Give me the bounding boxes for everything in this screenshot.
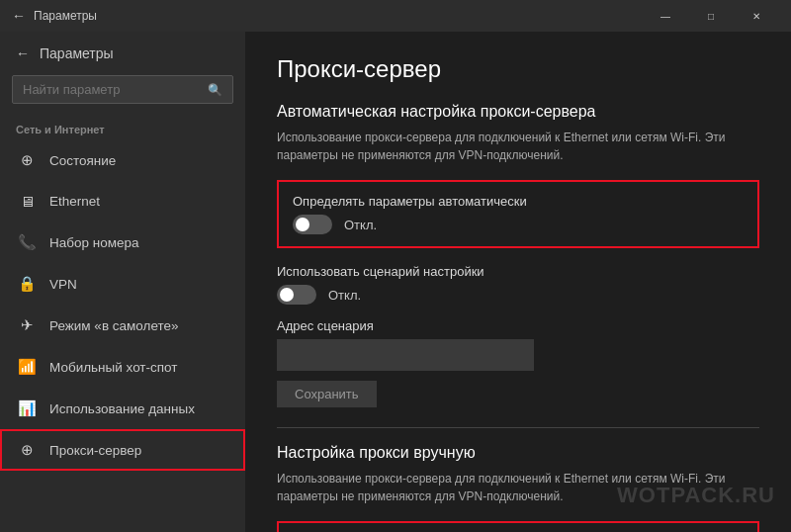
- save-button[interactable]: Сохранить: [277, 381, 377, 407]
- address-setting-row: Адрес сценария Сохранить: [277, 318, 759, 411]
- sidebar-item-proxy[interactable]: ⊕ Прокси-сервер: [0, 429, 245, 471]
- status-icon: ⊕: [18, 151, 36, 169]
- auto-detect-toggle[interactable]: [293, 215, 332, 234]
- sidebar-item-hotspot[interactable]: 📶 Мобильный хот-спот: [0, 346, 245, 388]
- script-toggle-row: Откл.: [277, 285, 759, 305]
- auto-section-desc: Использование прокси-сервера для подключ…: [277, 129, 759, 164]
- content-area: Прокси-сервер Автоматическая настройка п…: [245, 32, 791, 532]
- sidebar-item-label: Режим «в самолете»: [49, 318, 179, 333]
- sidebar-item-ethernet[interactable]: 🖥 Ethernet: [0, 181, 245, 222]
- titlebar-title: Параметры: [34, 9, 97, 23]
- sidebar-item-label: Использование данных: [49, 401, 195, 416]
- ethernet-icon: 🖥: [18, 193, 36, 210]
- address-input-field[interactable]: [277, 339, 534, 371]
- auto-detect-box: Определять параметры автоматически Откл.: [277, 180, 759, 248]
- hotspot-icon: 📶: [18, 358, 36, 376]
- manual-section-desc: Использование прокси-сервера для подключ…: [277, 470, 759, 505]
- search-icon: 🔍: [208, 83, 222, 97]
- titlebar-controls: — □ ✕: [643, 0, 779, 32]
- sidebar-item-label: Набор номера: [49, 235, 139, 250]
- dial-icon: 📞: [18, 233, 36, 251]
- proxy-icon: ⊕: [18, 441, 36, 459]
- auto-detect-status: Откл.: [344, 218, 377, 232]
- section-divider: [277, 427, 759, 428]
- use-proxy-box: Использовать прокси-сервер Откл.: [277, 521, 759, 532]
- sidebar-item-status[interactable]: ⊕ Состояние: [0, 139, 245, 181]
- sidebar-item-label: Ethernet: [49, 194, 100, 209]
- back-icon[interactable]: ←: [12, 8, 26, 24]
- manual-section-title: Настройка прокси вручную: [277, 444, 759, 462]
- address-label: Адрес сценария: [277, 318, 759, 333]
- sidebar: ← Параметры 🔍 Сеть и Интернет ⊕ Состояни…: [0, 32, 245, 532]
- titlebar: ← Параметры — □ ✕: [0, 0, 791, 32]
- vpn-icon: 🔒: [18, 275, 36, 293]
- script-toggle[interactable]: [277, 285, 316, 305]
- script-setting-row: Использовать сценарий настройки Откл.: [277, 264, 759, 305]
- minimize-button[interactable]: —: [643, 0, 688, 32]
- sidebar-item-dial[interactable]: 📞 Набор номера: [0, 222, 245, 263]
- search-input[interactable]: [23, 82, 208, 97]
- page-title: Прокси-сервер: [277, 55, 759, 83]
- sidebar-item-label: Мобильный хот-спот: [49, 360, 177, 375]
- manual-section: Настройка прокси вручную Использование п…: [277, 444, 759, 532]
- airplane-icon: ✈: [18, 316, 36, 334]
- maximize-button[interactable]: □: [688, 0, 734, 32]
- back-arrow-icon: ←: [16, 45, 30, 61]
- titlebar-left: ← Параметры: [12, 8, 97, 24]
- auto-detect-toggle-row: Откл.: [293, 215, 744, 234]
- sidebar-item-vpn[interactable]: 🔒 VPN: [0, 263, 245, 305]
- sidebar-item-label: VPN: [49, 277, 77, 292]
- sidebar-item-label: Состояние: [49, 153, 116, 168]
- sidebar-item-airplane[interactable]: ✈ Режим «в самолете»: [0, 305, 245, 346]
- sidebar-item-label: Прокси-сервер: [49, 443, 141, 458]
- sidebar-search-box[interactable]: 🔍: [12, 75, 233, 104]
- auto-detect-label: Определять параметры автоматически: [293, 194, 744, 209]
- sidebar-item-data[interactable]: 📊 Использование данных: [0, 388, 245, 429]
- sidebar-back-label: Параметры: [40, 45, 114, 61]
- data-icon: 📊: [18, 399, 36, 417]
- auto-section-title: Автоматическая настройка прокси-сервера: [277, 103, 759, 121]
- sidebar-section-title: Сеть и Интернет: [0, 116, 245, 139]
- app-body: ← Параметры 🔍 Сеть и Интернет ⊕ Состояни…: [0, 32, 791, 532]
- close-button[interactable]: ✕: [734, 0, 779, 32]
- script-status: Откл.: [328, 288, 361, 303]
- script-label: Использовать сценарий настройки: [277, 264, 759, 279]
- sidebar-back-btn[interactable]: ← Параметры: [0, 32, 245, 75]
